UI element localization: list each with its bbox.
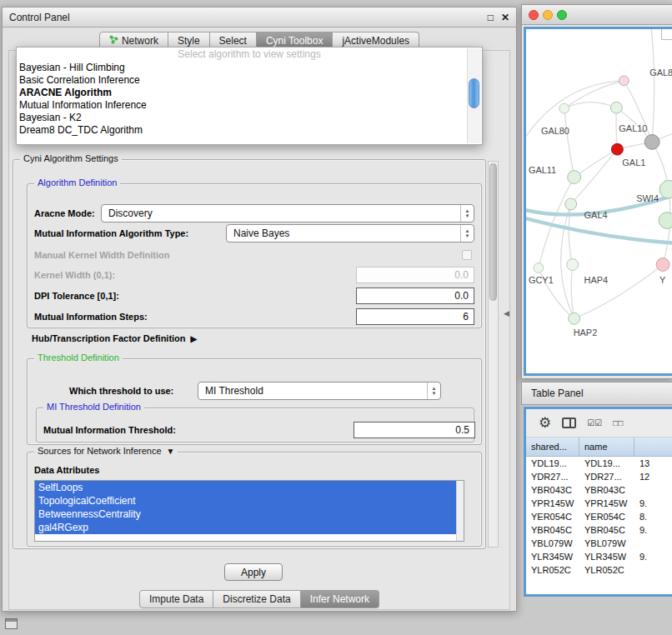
table-row[interactable]: YER054CYER054C8.	[526, 510, 672, 523]
network-node[interactable]	[569, 312, 580, 324]
network-node[interactable]	[559, 103, 569, 113]
manual-kernel-checkbox[interactable]	[462, 250, 472, 260]
attributes-scrollbar[interactable]	[456, 481, 464, 541]
bottom-tab-discretize-data[interactable]: Discretize Data	[213, 590, 300, 608]
network-node[interactable]	[610, 102, 622, 113]
column-header[interactable]	[634, 438, 672, 456]
table-row[interactable]: YBL079WYBL079W	[526, 537, 672, 550]
table-cell: 13	[634, 457, 672, 470]
dpi-tolerance-label: DPI Tolerance [0,1]:	[34, 288, 119, 304]
node-label: GAL8	[649, 68, 672, 78]
network-node[interactable]	[568, 171, 581, 184]
cyni-settings-title: Cyni Algorithm Settings	[20, 153, 122, 163]
table-row[interactable]: YLR345WYLR345W9.	[526, 550, 672, 563]
network-node[interactable]	[611, 143, 623, 155]
manual-kernel-label: Manual Kernel Width Definition	[34, 248, 169, 262]
cyni-mode-tabbar: Impute DataDiscretize DataInfer Network	[3, 590, 516, 608]
algorithm-option[interactable]: Bayesian - Hill Climbing	[17, 62, 482, 74]
clear-selection-icon[interactable]: □□	[613, 418, 623, 428]
table-row[interactable]: YDR27...YDR27...12	[526, 470, 672, 483]
cyni-settings-group: Cyni Algorithm Settings Algorithm Defini…	[13, 159, 486, 549]
which-threshold-select[interactable]: MI Threshold ▲▼	[198, 382, 441, 400]
algorithm-definition-title: Algorithm Definition	[34, 178, 120, 188]
dropdown-scrollbar-thumb[interactable]	[469, 78, 479, 108]
minimized-panel-icon[interactable]	[5, 618, 18, 629]
mi-steps-value: 6	[463, 311, 469, 322]
gear-icon[interactable]: ⚙	[539, 416, 551, 430]
network-edge[interactable]	[526, 218, 672, 243]
attribute-item[interactable]: SelfLoops	[35, 481, 456, 494]
network-node[interactable]	[644, 135, 659, 150]
table-row[interactable]: YPR145WYPR145W9.	[526, 497, 672, 510]
network-edge[interactable]	[574, 149, 618, 177]
tab-label: jActiveModules	[342, 35, 409, 47]
attribute-item[interactable]: gal4RGexp	[35, 521, 456, 534]
table-cell: YER054C	[526, 510, 579, 523]
table-row[interactable]: YBR045CYBR045C9.	[526, 523, 672, 537]
apply-button-label: Apply	[241, 567, 266, 578]
bottom-tab-impute-data[interactable]: Impute Data	[139, 590, 213, 608]
table-toolbar: ⚙ ☑☑ □□	[526, 409, 672, 438]
algorithm-option[interactable]: Basic Correlation Inference	[17, 74, 482, 87]
network-edge[interactable]	[616, 108, 617, 149]
algorithm-option[interactable]: Bayesian - K2	[17, 112, 482, 124]
splitter-collapse-icon[interactable]: ◀	[504, 309, 509, 318]
table-cell: 9.	[634, 523, 672, 537]
aracne-mode-value: Discovery	[108, 208, 153, 219]
table-row[interactable]: YLR052CYLR052C	[526, 563, 672, 577]
node-label: GAL1	[622, 158, 645, 168]
zoom-traffic-light[interactable]	[557, 10, 567, 20]
close-window-icon[interactable]: ✕	[501, 12, 509, 23]
network-canvas[interactable]: GAL8GAL80GAL10GAL11GAL1SWI4GAL4GCY1HAP4Y…	[524, 27, 672, 376]
attribute-item[interactable]: BetweennessCentrality	[35, 508, 456, 521]
mi-type-select[interactable]: Naive Bayes ▲▼	[226, 224, 474, 242]
column-header[interactable]: shared...	[526, 438, 579, 456]
mi-steps-input[interactable]: 6	[356, 308, 474, 325]
bottom-tab-infer-network[interactable]: Infer Network	[301, 590, 379, 608]
network-edge[interactable]	[564, 108, 574, 177]
sources-title[interactable]: Sources for Network Inference▼	[34, 446, 178, 456]
minimize-traffic-light[interactable]	[543, 10, 553, 20]
columns-icon[interactable]	[562, 418, 576, 428]
network-edge[interactable]	[650, 29, 654, 142]
kernel-width-input[interactable]: 0.0	[356, 267, 474, 283]
hub-definition-expander[interactable]: Hub/Transcription Factor Definition▶	[32, 333, 197, 343]
kernel-width-label: Kernel Width (0,1):	[34, 267, 115, 283]
float-window-icon[interactable]: □	[488, 12, 494, 23]
mi-threshold-label: Mutual Information Threshold:	[43, 422, 176, 438]
algorithm-definition-group: Algorithm Definition Aracne Mode: Discov…	[27, 183, 482, 328]
aracne-mode-select[interactable]: Discovery ▲▼	[101, 204, 474, 222]
network-node[interactable]	[656, 258, 669, 272]
apply-button[interactable]: Apply	[224, 563, 283, 581]
algorithm-dropdown-popup: Select algorithm to view settings Bayesi…	[16, 47, 483, 145]
mi-threshold-input[interactable]: 0.5	[354, 422, 475, 438]
network-edge[interactable]	[574, 265, 663, 319]
close-traffic-light[interactable]	[529, 10, 539, 20]
network-edge[interactable]	[571, 265, 574, 319]
attribute-item[interactable]: TopologicalCoefficient	[35, 494, 456, 508]
dpi-tolerance-input[interactable]: 0.0	[356, 288, 474, 304]
dropdown-scrollbar[interactable]	[467, 48, 481, 143]
algorithm-option[interactable]: Dream8 DC_TDC Algorithm	[17, 124, 482, 137]
stepper-arrows-icon: ▲▼	[460, 205, 474, 222]
network-node[interactable]	[659, 212, 672, 229]
node-label: GAL11	[529, 165, 556, 175]
select-rows-icon[interactable]: ☑☑	[587, 418, 602, 428]
settings-scrollbar[interactable]	[488, 161, 499, 548]
algorithm-option[interactable]: ARACNE Algorithm	[17, 87, 482, 99]
network-node[interactable]	[567, 259, 579, 271]
algorithm-option[interactable]: Mutual Information Inference	[17, 99, 482, 112]
settings-scrollbar-thumb[interactable]	[489, 163, 497, 301]
data-attributes-label: Data Attributes	[34, 463, 99, 477]
network-node[interactable]	[659, 180, 672, 198]
network-window-titlebar[interactable]	[522, 5, 672, 25]
network-node[interactable]	[565, 198, 577, 210]
table-panel-titlebar[interactable]: Table Panel	[521, 382, 672, 405]
control-panel-titlebar[interactable]: Control Panel □ ✕	[3, 8, 516, 28]
column-header[interactable]: name	[579, 438, 634, 456]
network-node[interactable]	[619, 76, 629, 86]
table-row[interactable]: YBR043CYBR043C	[526, 483, 672, 497]
table-cell: YPR145W	[579, 497, 634, 510]
table-row[interactable]: YDL19...YDL19...13	[526, 457, 672, 470]
network-node[interactable]	[534, 263, 544, 273]
